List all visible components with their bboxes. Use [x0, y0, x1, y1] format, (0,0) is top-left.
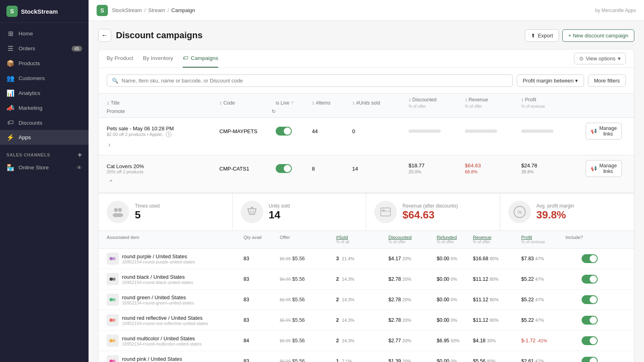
- topbar-by: by Mercantile Apps: [595, 8, 636, 13]
- collapse-row-icon[interactable]: ⌃: [107, 177, 115, 188]
- sidebar-item-label: Home: [19, 31, 33, 37]
- header-actions: ⬆ Export + New discount campaign: [525, 29, 634, 42]
- col-promote: Promote ↻: [107, 109, 276, 114]
- item-thumbnail: [107, 253, 119, 265]
- view-options-button[interactable]: ⊙ View options ▾: [574, 53, 626, 64]
- sidebar-item-apps[interactable]: ⚡ Apps: [0, 130, 89, 145]
- revenue-icon: [374, 201, 397, 223]
- col-revenue: ↕ Revenue % of offer: [465, 97, 521, 109]
- include-toggle[interactable]: [582, 275, 598, 284]
- apps-icon: ⚡: [6, 134, 14, 141]
- manage-links-button[interactable]: 📢 Manage links: [586, 123, 622, 140]
- more-filters-button[interactable]: More filters: [588, 74, 626, 87]
- svg-point-20: [109, 319, 113, 322]
- svg-point-17: [112, 278, 116, 281]
- assoc-col-discounted: Discounted % of offer: [388, 235, 437, 244]
- list-item: round green / United States 16952154-rou…: [99, 290, 634, 310]
- page-title: Discount campaigns: [116, 30, 520, 41]
- col-code: ↕ Code: [219, 97, 276, 109]
- col-profit: ↕ Profit % of revenue: [521, 97, 586, 109]
- expand-row-icon[interactable]: ›: [107, 140, 112, 150]
- breadcrumb-campaign: Campaign: [171, 7, 195, 13]
- tabs: By Product By Inventory 🏷 Campaigns ⊙ Vi…: [99, 49, 634, 68]
- svg-point-1: [118, 208, 122, 212]
- sidebar-item-analytics[interactable]: 📊 Analytics: [0, 86, 89, 101]
- sidebar-item-home[interactable]: ⊞ Home: [0, 26, 89, 41]
- assoc-col-sold: #Sold % of all: [336, 235, 388, 244]
- cell-code: CMP-MAYPETS: [219, 128, 276, 134]
- col-units-sold: ↕ #Units sold: [352, 97, 409, 109]
- main-card: By Product By Inventory 🏷 Campaigns ⊙ Vi…: [98, 49, 634, 362]
- profit-margin-filter-button[interactable]: Profit margin between ▾: [517, 74, 584, 87]
- sidebar-logo-text: StockStream: [21, 8, 58, 15]
- svg-line-7: [253, 210, 254, 214]
- sidebar-item-discounts[interactable]: 🏷 Discounts: [0, 115, 89, 130]
- main-area: S StockStream / Stream / Campaign by Mer…: [89, 0, 644, 362]
- include-toggle[interactable]: [582, 336, 598, 345]
- cell-is-live[interactable]: [276, 127, 312, 136]
- stat-units-sold: Units sold 14: [233, 193, 367, 230]
- refresh-icon[interactable]: ↻: [272, 109, 276, 114]
- times-used-icon: [107, 201, 129, 223]
- cell-units-sold: 14: [352, 166, 409, 172]
- sidebar-item-marketing[interactable]: 📣 Marketing: [0, 101, 89, 115]
- online-store-settings-icon[interactable]: 👁: [76, 165, 82, 171]
- svg-point-25: [112, 360, 116, 362]
- search-box[interactable]: 🔍: [107, 74, 513, 87]
- item-thumbnail: [107, 335, 119, 347]
- home-icon: ⊞: [6, 30, 14, 37]
- add-sales-channel-button[interactable]: +: [78, 151, 82, 158]
- tab-campaigns[interactable]: 🏷 Campaigns: [183, 49, 218, 68]
- sidebar-item-label: Discounts: [19, 120, 42, 126]
- cell-expand[interactable]: ›: [107, 140, 219, 150]
- page-content: ← Discount campaigns ⬆ Export + New disc…: [89, 21, 644, 362]
- cell-collapse[interactable]: ⌃: [107, 177, 219, 188]
- campaign-info-icon[interactable]: ℹ: [166, 132, 171, 137]
- export-icon: ⬆: [531, 33, 535, 39]
- is-live-toggle[interactable]: [276, 127, 292, 136]
- svg-point-15: [112, 257, 116, 260]
- assoc-col-qty: Qty avail: [244, 235, 280, 244]
- new-discount-campaign-button[interactable]: + New discount campaign: [562, 29, 634, 42]
- cell-code: CMP-CATS1: [219, 166, 276, 172]
- sales-channels-label: SALES CHANNELS: [6, 152, 50, 157]
- sidebar-nav: ⊞ Home ☰ Orders 45 📦 Products 👥 Customer…: [0, 23, 89, 362]
- sidebar-item-products[interactable]: 📦 Products: [0, 56, 89, 71]
- is-live-info-icon[interactable]: ?: [291, 101, 293, 105]
- svg-point-22: [109, 339, 113, 342]
- cell-promote: 📢 Manage links: [586, 160, 598, 177]
- table-row: Cat Lovers 20% 20% off 2 products CMP-CA…: [99, 155, 634, 193]
- include-toggle[interactable]: [582, 357, 598, 362]
- manage-links-button[interactable]: 📢 Manage links: [586, 160, 622, 177]
- sidebar-item-label: Analytics: [19, 90, 40, 96]
- search-input[interactable]: [122, 78, 508, 84]
- cell-title: Pets sale - May 06 10:28 PM $2.00 off 2 …: [107, 125, 219, 137]
- online-store-icon: 🏪: [6, 164, 14, 171]
- sidebar-item-online-store[interactable]: 🏪 Online Store 👁: [0, 160, 89, 175]
- sidebar-item-customers[interactable]: 👥 Customers: [0, 71, 89, 86]
- app-logo-icon: S: [6, 6, 18, 17]
- item-thumbnail: [107, 314, 119, 326]
- back-button[interactable]: ←: [98, 29, 111, 42]
- sidebar-item-orders[interactable]: ☰ Orders 45: [0, 41, 89, 56]
- cell-is-live[interactable]: [276, 164, 312, 173]
- svg-rect-8: [381, 208, 390, 216]
- megaphone-icon: 📢: [591, 166, 597, 171]
- svg-line-6: [250, 210, 251, 214]
- include-toggle[interactable]: [582, 254, 598, 263]
- include-toggle[interactable]: [582, 295, 598, 304]
- sidebar-item-label: Orders: [19, 45, 35, 51]
- svg-point-23: [112, 339, 116, 342]
- is-live-toggle[interactable]: [276, 164, 292, 173]
- svg-point-21: [112, 319, 116, 322]
- sidebar-logo: S StockStream: [0, 0, 89, 23]
- tab-by-inventory[interactable]: By Inventory: [143, 49, 173, 68]
- orders-icon: ☰: [6, 45, 14, 52]
- customers-icon: 👥: [6, 74, 14, 82]
- breadcrumb: S StockStream / Stream / Campaign: [97, 5, 195, 16]
- svg-marker-5: [250, 207, 254, 209]
- include-toggle[interactable]: [582, 316, 598, 325]
- tab-by-product[interactable]: By Product: [107, 49, 133, 68]
- export-button[interactable]: ⬆ Export: [525, 29, 559, 42]
- topbar: S StockStream / Stream / Campaign by Mer…: [89, 0, 644, 21]
